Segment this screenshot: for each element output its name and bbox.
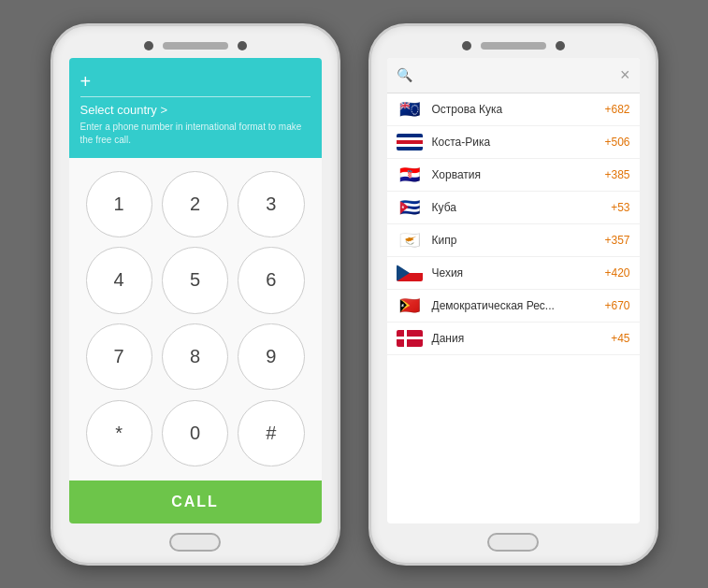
- camera-dot-4: [556, 41, 565, 50]
- dial-key-9[interactable]: 9: [238, 323, 304, 390]
- speaker-grille-2: [481, 42, 546, 50]
- speaker-grille: [163, 42, 228, 50]
- country-item-cr[interactable]: Коста-Рика +506: [387, 126, 640, 159]
- country-name-dk: Дания: [432, 332, 602, 345]
- country-name-cu: Куба: [432, 201, 602, 214]
- flag-cook-islands: 🇨🇰: [397, 101, 423, 118]
- country-name-cr: Коста-Рика: [432, 136, 596, 149]
- dial-key-star[interactable]: *: [86, 400, 152, 466]
- flag-costa-rica: [397, 134, 423, 151]
- country-item-cook[interactable]: 🇨🇰 Острова Кука +682: [387, 93, 640, 126]
- dial-key-7[interactable]: 7: [86, 323, 152, 390]
- dialer-header: + Select country > Enter a phone number …: [69, 58, 322, 158]
- dial-key-0[interactable]: 0: [162, 400, 228, 466]
- country-search-bar: 🔍 ×: [387, 58, 640, 93]
- country-code-hr: +385: [604, 168, 629, 181]
- phone-dialer: + Select country > Enter a phone number …: [51, 23, 340, 566]
- home-button-2[interactable]: [487, 533, 539, 552]
- dial-key-3[interactable]: 3: [238, 171, 304, 237]
- dialer-keypad: 1 2 3 4 5 6 7 8 9 * 0 #: [69, 158, 322, 480]
- home-button[interactable]: [169, 533, 221, 552]
- country-code-cu: +53: [611, 201, 629, 214]
- camera-dot-3: [462, 41, 471, 50]
- country-code-cz: +420: [604, 266, 629, 280]
- dialer-screen: + Select country > Enter a phone number …: [69, 58, 322, 523]
- country-name-hr: Хорватия: [432, 168, 596, 181]
- country-code-cy: +357: [604, 234, 629, 247]
- country-name-cz: Чехия: [432, 266, 596, 280]
- phone-top-bar: [53, 26, 338, 58]
- dial-key-4[interactable]: 4: [86, 247, 152, 313]
- country-item-dk[interactable]: Дания +45: [387, 323, 640, 355]
- select-country-label[interactable]: Select country >: [80, 103, 311, 117]
- search-icon: 🔍: [397, 67, 412, 82]
- flag-east-timor: 🇹🇱: [397, 297, 423, 314]
- country-item-cz[interactable]: Чехия +420: [387, 257, 640, 290]
- country-item-cy[interactable]: 🇨🇾 Кипр +357: [387, 224, 640, 257]
- country-list-screen: 🔍 × 🇨🇰 Острова Кука +682 Коста-Рика +506: [387, 58, 640, 523]
- country-item-cu[interactable]: 🇨🇺 Куба +53: [387, 192, 640, 224]
- dial-key-1[interactable]: 1: [86, 171, 152, 237]
- dial-key-2[interactable]: 2: [162, 171, 228, 237]
- dial-key-8[interactable]: 8: [162, 323, 228, 390]
- country-code-cook: +682: [604, 103, 629, 116]
- camera-dot-2: [238, 41, 247, 50]
- close-icon[interactable]: ×: [620, 65, 630, 85]
- call-button[interactable]: CALL: [69, 480, 322, 523]
- country-item-tl[interactable]: 🇹🇱 Демократическая Рес... +670: [387, 290, 640, 323]
- phone-top-bar-2: [371, 26, 656, 58]
- flag-croatia: 🇭🇷: [397, 166, 423, 183]
- camera-dot: [144, 41, 153, 50]
- flag-denmark: [397, 330, 423, 347]
- country-code-dk: +45: [611, 332, 629, 345]
- country-code-tl: +670: [604, 299, 629, 312]
- flag-czech: [397, 265, 423, 281]
- country-search-input[interactable]: [420, 66, 613, 83]
- header-divider: [80, 96, 311, 97]
- phone-country-list: 🔍 × 🇨🇰 Острова Кука +682 Коста-Рика +506: [368, 23, 658, 566]
- dial-key-hash[interactable]: #: [238, 400, 304, 466]
- dial-key-6[interactable]: 6: [238, 247, 304, 313]
- flag-cuba: 🇨🇺: [397, 199, 423, 216]
- flag-cyprus: 🇨🇾: [397, 232, 423, 249]
- country-item-hr[interactable]: 🇭🇷 Хорватия +385: [387, 159, 640, 192]
- dialer-instruction: Enter a phone number in international fo…: [80, 121, 311, 147]
- country-list: 🇨🇰 Острова Кука +682 Коста-Рика +506 🇭🇷 …: [387, 93, 640, 523]
- phones-container: + Select country > Enter a phone number …: [51, 23, 658, 566]
- country-code-cr: +506: [604, 136, 629, 149]
- country-name-tl: Демократическая Рес...: [432, 299, 596, 312]
- dial-key-5[interactable]: 5: [162, 247, 228, 313]
- country-name-cy: Кипр: [432, 234, 596, 247]
- country-name-cook: Острова Кука: [432, 103, 596, 116]
- plus-symbol: +: [80, 71, 311, 93]
